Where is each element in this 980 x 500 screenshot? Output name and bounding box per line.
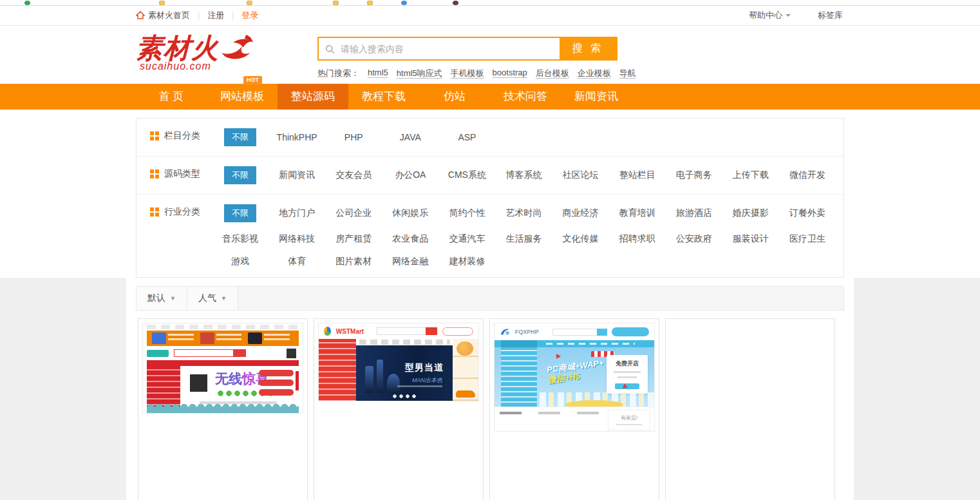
filter-option[interactable]: JAVA xyxy=(400,132,421,142)
filter-option[interactable]: 生活服务 xyxy=(505,233,542,245)
hot-search-keyword[interactable]: bootstrap xyxy=(493,68,527,79)
filter-row-industry: 行业分类 不限 地方门户公司企业休闲娱乐简约个性艺术时尚商业经济教育培训旅游酒店… xyxy=(137,195,843,277)
logo-text: 素材火 xyxy=(136,35,219,62)
hot-search-keyword[interactable]: html5 xyxy=(368,68,388,79)
home-link[interactable]: 素材火首页 xyxy=(136,10,190,21)
favicon-icon[interactable] xyxy=(159,1,165,5)
filter-option[interactable]: 交友会员 xyxy=(335,169,372,181)
login-link[interactable]: 登录 xyxy=(241,10,258,21)
hot-search-keyword[interactable]: 导航 xyxy=(619,68,636,79)
thumb-headline: PC商城+WAP+ 微信+H5 xyxy=(546,358,605,386)
filter-chip-selected[interactable]: 不限 xyxy=(224,128,256,146)
favicon-icon[interactable] xyxy=(247,1,252,5)
sort-tab-popularity[interactable]: 人气▼ xyxy=(187,287,238,310)
filter-panel: 栏目分类 不限 ThinkPHPPHPJAVAASP 源码类型 不限 新闻资讯交… xyxy=(136,118,844,278)
filter-option[interactable]: ASP xyxy=(458,132,476,142)
filter-option[interactable]: 图片素材 xyxy=(335,256,372,267)
template-card[interactable]: WSTMart 型男当道 MAN出本色 xyxy=(314,318,484,500)
filter-option[interactable]: 地方门户 xyxy=(279,207,315,219)
template-thumbnail: FQXPHP PC商城+WAP+ 微信+H5 免费开店 xyxy=(494,323,655,432)
filter-option[interactable]: 订餐外卖 xyxy=(789,207,825,219)
nav-item-news[interactable]: 新闻资讯 xyxy=(561,84,632,110)
hot-badge: HOT xyxy=(243,76,262,85)
thumb-banner: 型男当道 MAN出本色 xyxy=(356,345,453,401)
filter-label: 行业分类 xyxy=(150,204,212,218)
filter-option[interactable]: 微信开发 xyxy=(789,169,825,181)
hot-search-keyword[interactable]: 后台模板 xyxy=(536,68,569,79)
filter-option[interactable]: 音乐影视 xyxy=(222,233,258,245)
filter-option[interactable]: 整站栏目 xyxy=(619,169,655,181)
filter-option[interactable]: 教育培训 xyxy=(619,207,655,219)
filter-option[interactable]: 网络金融 xyxy=(392,256,428,267)
filter-option[interactable]: 上传下载 xyxy=(733,169,769,181)
favicon-icon[interactable] xyxy=(401,1,407,5)
nav-item-site-clone[interactable]: 仿站 xyxy=(419,84,490,110)
filter-option[interactable]: 交通汽车 xyxy=(449,233,485,245)
divider: | xyxy=(198,11,200,20)
hot-search-keyword[interactable]: html5响应式 xyxy=(397,68,442,79)
template-thumbnail: 无线惊喜 xyxy=(142,323,303,414)
favicon-icon[interactable] xyxy=(24,1,30,5)
favicon-icon[interactable] xyxy=(367,1,373,5)
filter-option[interactable]: 公安政府 xyxy=(676,233,712,245)
filter-label: 栏目分类 xyxy=(150,128,212,142)
filter-option[interactable]: 简约个性 xyxy=(449,207,485,219)
favicon-icon[interactable] xyxy=(453,1,458,5)
filter-option[interactable]: 服装设计 xyxy=(733,233,769,245)
thumb-headline: 型男当道 xyxy=(405,362,444,374)
filter-option[interactable]: PHP xyxy=(344,132,363,142)
filter-option[interactable]: 新闻资讯 xyxy=(279,169,315,181)
filter-option[interactable]: 社区论坛 xyxy=(563,169,599,181)
nav-item-tutorial-downloads[interactable]: 教程下载 xyxy=(348,84,419,110)
filter-option[interactable]: 办公OA xyxy=(395,169,426,181)
filter-option[interactable]: 婚庆摄影 xyxy=(733,207,769,219)
filter-option[interactable]: CMS系统 xyxy=(448,169,486,181)
filter-option[interactable]: 旅游酒店 xyxy=(676,207,712,219)
sort-tab-default[interactable]: 默认▼ xyxy=(137,287,187,310)
hot-search-keyword[interactable]: 企业模板 xyxy=(578,68,611,79)
template-card-empty[interactable] xyxy=(665,318,835,500)
nav-item-tech-qa[interactable]: 技术问答 xyxy=(490,84,561,110)
filter-option[interactable]: 医疗卫生 xyxy=(789,233,825,245)
filter-option[interactable]: 休闲娱乐 xyxy=(392,207,428,219)
nav-item-website-templates[interactable]: 网站模板 xyxy=(207,84,278,110)
filter-option[interactable]: 博客系统 xyxy=(505,169,542,181)
hot-search-row: 热门搜索： html5html5响应式手机模板bootstrap后台模板企业模板… xyxy=(317,68,617,79)
filter-chip-selected[interactable]: 不限 xyxy=(224,166,256,184)
register-link[interactable]: 注册 xyxy=(207,10,224,21)
flame-icon xyxy=(220,34,256,59)
filter-option[interactable]: 体育 xyxy=(288,256,306,267)
grid-icon xyxy=(150,131,159,140)
thumb-logo-icon xyxy=(500,327,511,337)
filter-option[interactable]: 房产租赁 xyxy=(335,233,372,245)
filter-option[interactable]: 农业食品 xyxy=(392,233,428,245)
filter-option[interactable]: ThinkPHP xyxy=(277,132,317,142)
filter-option[interactable]: 游戏 xyxy=(231,256,249,267)
nav-item-home[interactable]: 首 页 xyxy=(136,84,207,110)
filter-chip-selected[interactable]: 不限 xyxy=(224,204,256,222)
site-logo[interactable]: 素材火 sucaihuo.com xyxy=(136,34,284,72)
filter-option[interactable]: 电子商务 xyxy=(676,169,712,181)
filter-option[interactable]: 公司企业 xyxy=(335,207,372,219)
filter-option[interactable]: 艺术时尚 xyxy=(505,207,542,219)
divider: | xyxy=(232,11,234,20)
filter-option[interactable]: 文化传媒 xyxy=(563,233,599,245)
favicon-icon[interactable] xyxy=(333,1,339,5)
search-button[interactable]: 搜 索 xyxy=(560,38,616,59)
thumb-banner xyxy=(147,331,299,346)
filter-option[interactable]: 建材装修 xyxy=(449,256,485,267)
nav-item-full-site-source[interactable]: 整站源码 xyxy=(278,84,348,110)
template-card[interactable]: FQXPHP PC商城+WAP+ 微信+H5 免费开店 xyxy=(489,318,659,500)
hot-search-keyword[interactable]: 手机模板 xyxy=(451,68,484,79)
thumb-logo: FQXPHP xyxy=(515,329,539,335)
filter-option[interactable]: 网络科技 xyxy=(279,233,315,245)
help-center-link[interactable]: 帮助中心 xyxy=(749,10,791,21)
tag-library-link[interactable]: 标签库 xyxy=(818,10,843,21)
template-card[interactable]: 无线惊喜 xyxy=(138,318,308,500)
search-input[interactable] xyxy=(319,38,560,59)
results-section: 默认▼ 人气▼ xyxy=(0,278,980,500)
filter-option[interactable]: 商业经济 xyxy=(563,207,599,219)
filter-option[interactable]: 招聘求职 xyxy=(619,233,655,245)
filter-row-source-type: 源码类型 不限 新闻资讯交友会员办公OACMS系统博客系统社区论坛整站栏目电子商… xyxy=(137,157,843,195)
qr-code-icon xyxy=(188,372,209,394)
